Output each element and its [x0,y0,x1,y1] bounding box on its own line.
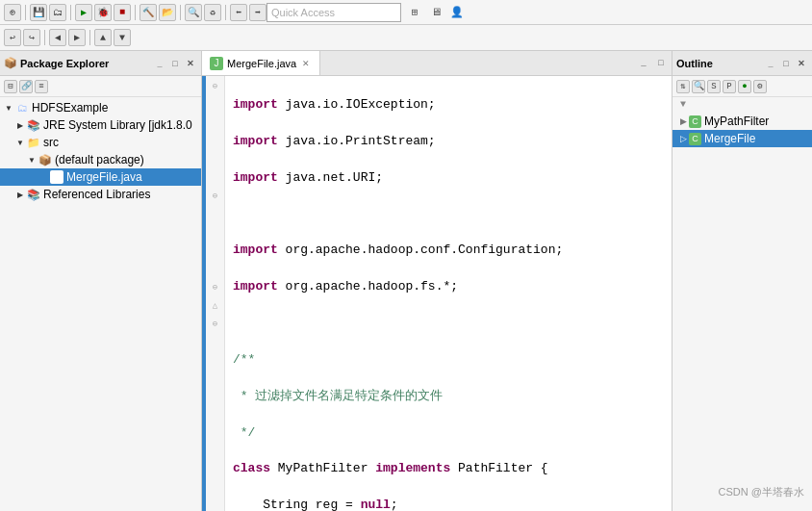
close-left-button[interactable]: ✕ [184,57,197,70]
toolbar-row2-left: ↩ ↪ ◀ ▶ ▲ ▼ [4,29,131,46]
outline-collapse-indicator: ▼ [672,97,812,111]
tree-item-hdfs[interactable]: ▼ 🗂 HDFSExample [0,99,201,116]
sep-nav2 [89,30,90,45]
gutter-fold-1: ⊖ [209,78,222,96]
outline-minimize-button[interactable]: _ [764,57,777,70]
stop-button[interactable]: ■ [114,4,131,21]
code-line-9: * 过滤掉文件名满足特定条件的文件 [233,388,664,406]
back-button[interactable]: ◀ [49,29,66,46]
toolbar-area: ⊕ 💾 🗂 ▶ 🐞 ■ 🔨 📂 🔍 ♻ ⬅ ➡ Quick Access ⊞ [0,0,812,51]
prev-button[interactable]: ⬅ [230,4,247,21]
package-explorer-icon: 📦 [4,57,17,70]
search-button[interactable]: 🔍 [185,4,202,21]
toolbar-right: Quick Access ⊞ 🖥 👤 [266,3,467,22]
run-button[interactable]: ▶ [75,4,92,21]
outline-tree: ▶ C MyPathFilter ▷ C MergeFile [672,111,812,149]
tree-item-mergefile[interactable]: J MergeFile.java [0,168,201,186]
maximize-left-button[interactable]: □ [168,57,182,70]
perspectives-button[interactable]: ⊞ [405,3,424,22]
gutter-blank3 [209,133,222,151]
src-label: src [43,136,59,149]
default-pkg-expand-arrow: ▼ [27,155,37,165]
gutter-blank8 [209,243,222,261]
src-expand-arrow: ▼ [15,138,25,147]
minimize-left-button[interactable]: _ [153,57,166,70]
hdfs-label: HDFSExample [32,101,108,115]
gutter-blank6 [209,206,222,224]
outline-item-mergefile[interactable]: ▷ C MergeFile [672,130,812,147]
new-item-btn[interactable]: ≡ [35,80,48,93]
down-button[interactable]: ▼ [114,29,131,46]
editor-minimize-button[interactable]: _ [637,57,650,70]
code-line-7 [233,315,664,333]
layout-button[interactable]: 🖥 [426,3,445,22]
src-folder-icon: 📁 [27,136,40,149]
outline-run-button[interactable]: ● [738,80,751,93]
jre-label: JRE System Library [jdk1.8.0 [43,118,192,132]
link-editor-btn[interactable]: 🔗 [19,80,33,93]
code-editor[interactable]: import java.io.IOException; import java.… [225,76,672,511]
code-line-12: String reg = null; [233,497,664,511]
up-button[interactable]: ▲ [94,29,112,46]
new-button[interactable]: ⊕ [4,4,21,21]
package-explorer-header: 📦 Package Explorer _ □ ✕ [0,51,201,76]
package-explorer-title: Package Explorer [20,58,153,69]
outline-header-icons: _ □ ✕ [764,57,808,70]
center-panel: J MergeFile.java ✕ _ □ ⊖ ⊖ [202,51,672,511]
separator4 [180,5,181,20]
code-line-4 [233,205,664,223]
outline-toolbar: ⇅ 🔍 S P ● ⚙ [672,76,812,97]
tree-item-src[interactable]: ▼ 📁 src [0,134,201,151]
hide-fields-button[interactable]: 🔍 [692,80,705,93]
editor-tabs: J MergeFile.java ✕ _ □ [202,51,672,76]
open-button[interactable]: 📂 [159,4,176,21]
code-line-11: class MyPathFilter implements PathFilter… [233,460,664,478]
default-pkg-label: (default package) [55,153,144,166]
save-button[interactable]: 💾 [30,4,47,21]
collapse-all-btn[interactable]: ⊟ [4,80,17,93]
code-line-2: import java.io.PrintStream; [233,133,664,151]
forward-button[interactable]: ▶ [68,29,86,46]
tree-item-jre[interactable]: ▶ 📚 JRE System Library [jdk1.8.0 [0,116,201,134]
tree-item-ref-libs[interactable]: ▶ 📚 Referenced Libraries [0,186,201,203]
settings-button[interactable]: 👤 [447,3,467,22]
jre-expand-arrow: ▶ [15,120,25,130]
gutter-blank [209,96,222,115]
outline-close-button[interactable]: ✕ [795,57,808,70]
editor-content[interactable]: ⊖ ⊖ ⊖ △ ⊖ import java.io.IOException; im… [202,76,672,511]
debug-button[interactable]: 🐞 [94,4,112,21]
gutter-fold-3: ⊖ [209,316,222,334]
mypathfilter-class-icon: C [689,115,701,128]
hide-static-button[interactable]: S [707,80,721,93]
sep-nav [44,30,45,45]
outline-maximize-button[interactable]: □ [779,57,793,70]
mergefile-expand-arrow [38,172,48,182]
outline-settings-button[interactable]: ⚙ [753,80,767,93]
hide-nonpublic-button[interactable]: P [723,80,736,93]
sort-button[interactable]: ⇅ [676,80,690,93]
quick-access-box[interactable]: Quick Access [266,3,401,22]
outline-item-mypathfilter[interactable]: ▶ C MyPathFilter [672,113,812,130]
separator1 [25,5,26,20]
build-button[interactable]: 🔨 [140,4,157,21]
gutter-blank7 [209,224,222,243]
code-line-3: import java.net.URI; [233,169,664,188]
watermark: CSDN @半塔春水 [719,485,804,499]
refactor-button[interactable]: ♻ [204,4,221,21]
toolbar-row1: ⊕ 💾 🗂 ▶ 🐞 ■ 🔨 📂 🔍 ♻ ⬅ ➡ Quick Access ⊞ [0,0,812,25]
mypathfilter-label: MyPathFilter [704,115,769,128]
line-gutter: ⊖ ⊖ ⊖ △ ⊖ [206,76,225,511]
mergefile-tab[interactable]: J MergeFile.java ✕ [202,51,320,75]
code-line-5: import org.apache.hadoop.conf.Configurat… [233,242,664,260]
editor-maximize-button[interactable]: □ [654,57,668,70]
save-all-button[interactable]: 🗂 [49,4,66,21]
tree-item-default-pkg[interactable]: ▼ 📦 (default package) [0,151,201,168]
tab-close-button[interactable]: ✕ [300,58,312,69]
right-panel: Outline _ □ ✕ ⇅ 🔍 S P ● ⚙ ▼ ▶ C MyPathFi… [672,51,812,511]
hdfs-expand-arrow: ▼ [4,103,13,113]
next-button[interactable]: ➡ [249,4,266,21]
redo-button[interactable]: ↪ [23,29,40,46]
undo-button[interactable]: ↩ [4,29,21,46]
separator2 [70,5,71,20]
gutter-blank9 [209,261,222,279]
